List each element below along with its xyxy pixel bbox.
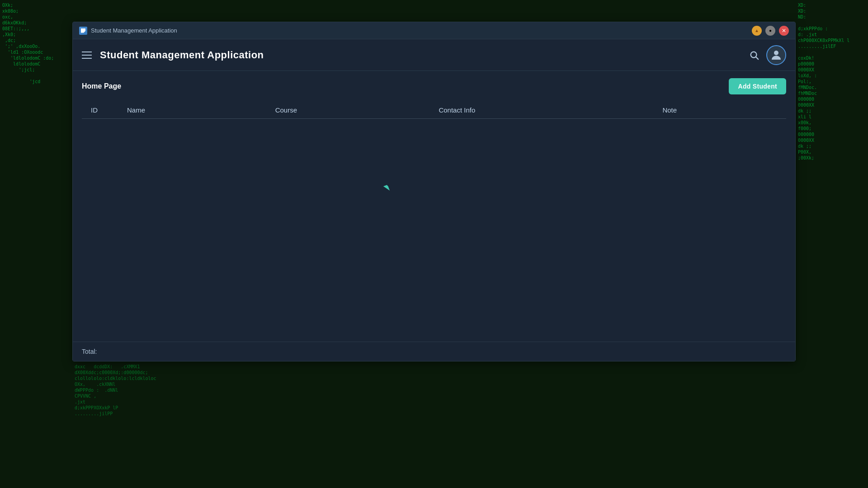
table-container: ID Name Course Contact Info Note — [82, 102, 786, 334]
bg-code-right: XD: XD: ND: d;xkPPPdo : d: .jxt chP000XC… — [796, 0, 868, 488]
title-bar-left: Student Management Application — [79, 27, 177, 35]
app-content: Home Page Add Student ID Name Course Con… — [73, 71, 795, 342]
user-icon — [769, 48, 783, 62]
bg-code-left: OXk; xk08o; oxc, d6kxOKkd; 08ET::;,,, ,X… — [0, 0, 72, 488]
hamburger-line-2 — [82, 55, 92, 56]
hamburger-line-3 — [82, 58, 92, 59]
svg-point-2 — [774, 51, 778, 55]
search-icon — [749, 50, 759, 60]
content-header: Home Page Add Student — [82, 78, 786, 94]
app-window: Student Management Application ▲ ● ✕ Stu… — [72, 22, 796, 361]
bg-code-bottom: dxxc dcddDX: .cXMMX1 dX00Xddc;c0000Xd;:d… — [72, 361, 796, 488]
col-name: Name — [118, 102, 266, 119]
total-label: Total: — [82, 348, 97, 355]
app-footer: Total: — [73, 342, 795, 361]
app-header: Student Management Application — [73, 39, 795, 71]
maximize-button[interactable]: ● — [765, 26, 775, 36]
window-title: Student Management Application — [91, 27, 177, 34]
close-button[interactable]: ✕ — [779, 26, 789, 36]
user-avatar-button[interactable] — [766, 45, 786, 65]
svg-line-1 — [756, 57, 758, 59]
app-icon-inner — [81, 28, 85, 33]
page-title: Home Page — [82, 82, 121, 90]
col-note: Note — [653, 102, 786, 119]
app-icon — [79, 27, 87, 35]
hamburger-menu-button[interactable] — [82, 52, 92, 59]
title-bar-controls: ▲ ● ✕ — [752, 26, 789, 36]
add-student-button[interactable]: Add Student — [729, 78, 786, 94]
header-left: Student Management Application — [82, 49, 264, 61]
table-header-row: ID Name Course Contact Info Note — [82, 102, 786, 119]
header-right — [749, 45, 786, 65]
title-bar: Student Management Application ▲ ● ✕ — [73, 22, 795, 39]
table-header: ID Name Course Contact Info Note — [82, 102, 786, 119]
search-button[interactable] — [749, 50, 759, 60]
col-contact-info: Contact Info — [429, 102, 653, 119]
col-course: Course — [266, 102, 430, 119]
hamburger-line-1 — [82, 52, 92, 52]
col-id: ID — [82, 102, 118, 119]
student-table: ID Name Course Contact Info Note — [82, 102, 786, 119]
app-title: Student Management Application — [100, 49, 264, 61]
minimize-button[interactable]: ▲ — [752, 26, 762, 36]
